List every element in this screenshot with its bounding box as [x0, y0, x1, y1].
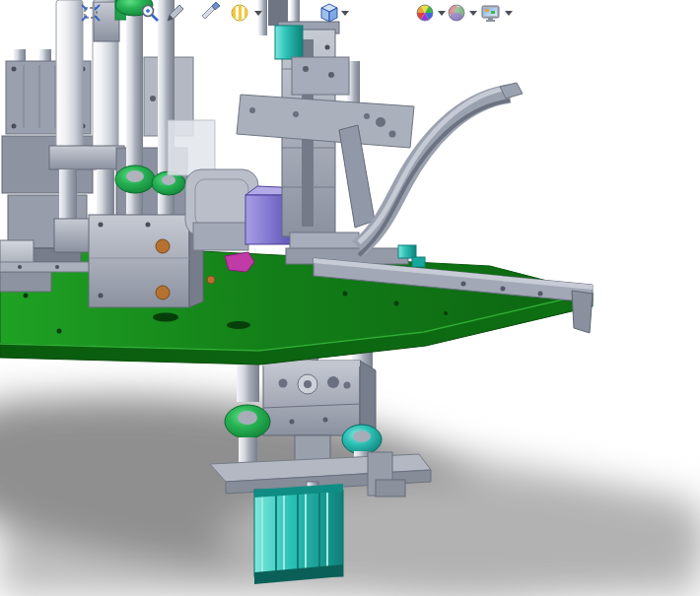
- chevron-down-icon[interactable]: [341, 11, 349, 16]
- heads-up-view-toolbar: [0, 0, 700, 30]
- teal-bearing-ring-right: [342, 425, 382, 454]
- cad-application-window: [0, 0, 700, 596]
- zoom-to-fit-icon[interactable]: [79, 1, 103, 25]
- zoom-to-area-icon[interactable]: [138, 1, 162, 25]
- viewport-3d[interactable]: [0, 0, 700, 596]
- chevron-down-icon[interactable]: [254, 11, 262, 16]
- monitor-icon[interactable]: [479, 1, 503, 25]
- color-wheel-icon[interactable]: [414, 1, 438, 25]
- cube-icon[interactable]: [317, 1, 341, 25]
- chevron-down-icon[interactable]: [438, 11, 446, 16]
- chevron-down-icon[interactable]: [469, 11, 477, 16]
- striped-sphere-icon[interactable]: [229, 1, 252, 25]
- teal-cylinder-bank: [254, 484, 343, 584]
- scene-sphere-icon[interactable]: [446, 1, 469, 25]
- green-bearing-ring-left: [225, 405, 270, 438]
- chevron-down-icon[interactable]: [505, 11, 513, 16]
- pencil-icon[interactable]: [164, 1, 187, 25]
- knife-icon[interactable]: [199, 1, 223, 25]
